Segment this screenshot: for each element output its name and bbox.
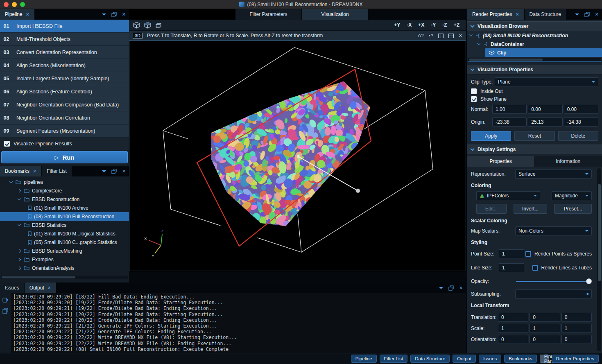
- tab-data-structure[interactable]: Data Structure: [525, 9, 566, 20]
- browser-hscrollbar[interactable]: [468, 58, 601, 62]
- close-window-button[interactable]: [4, 2, 9, 7]
- panel-menu-caret-icon[interactable]: [102, 14, 106, 18]
- bookmark-tree-item[interactable]: EBSD Statistics: [0, 221, 129, 229]
- translation-z-field[interactable]: 0: [561, 313, 592, 322]
- close-tab-icon[interactable]: ✕: [33, 169, 36, 174]
- camera-axis-button[interactable]: +X: [415, 21, 427, 29]
- delete-button[interactable]: Delete: [558, 131, 598, 141]
- tab-filter-list[interactable]: Filter List: [42, 166, 72, 176]
- normal-y-field[interactable]: 0.00: [528, 105, 562, 114]
- normal-z-field[interactable]: 0.00: [564, 105, 598, 114]
- chevron-down-icon[interactable]: [9, 180, 13, 183]
- render-lines-as-tubes-checkbox[interactable]: [532, 265, 538, 271]
- tab-issues[interactable]: Issues: [0, 283, 25, 293]
- display-settings-scrollbar[interactable]: [597, 168, 601, 351]
- close-panel-icon[interactable]: ✕: [459, 286, 463, 290]
- statusbar-toggle-filter-list[interactable]: Filter List: [380, 355, 408, 363]
- panel-menu-caret-icon[interactable]: [575, 14, 579, 18]
- bookmark-tree-item[interactable]: (01) Small IN100 Archive: [0, 203, 129, 212]
- display-settings-header[interactable]: Display Settings: [467, 145, 602, 154]
- pipeline-step[interactable]: 06Align Sections (Feature Centroid): [0, 85, 129, 98]
- statusbar-toggle-pipeline[interactable]: Pipeline: [351, 355, 377, 363]
- main-viewport[interactable]: ZXY: [129, 41, 466, 271]
- close-panel-icon[interactable]: ✕: [122, 169, 126, 174]
- visualize-results-row[interactable]: Visualize Pipeline Results: [0, 138, 129, 150]
- slider-handle[interactable]: [586, 278, 592, 284]
- statusbar-toggle-render-properties[interactable]: Render Properties: [552, 355, 599, 363]
- pipeline-step[interactable]: 02Multi-Threshold Objects: [0, 33, 129, 46]
- apply-button[interactable]: Apply: [471, 131, 511, 141]
- undock-panel-icon[interactable]: [111, 12, 117, 17]
- bookmark-tree-item[interactable]: EBSD SurfaceMeshing: [0, 246, 129, 255]
- close-view-icon[interactable]: ✕: [459, 34, 462, 38]
- undock-panel-icon[interactable]: [448, 285, 454, 291]
- chevron-down-icon[interactable]: [471, 147, 475, 151]
- tab-visualization[interactable]: Visualization: [302, 9, 369, 20]
- browser-tree-item[interactable]: Clip: [485, 48, 602, 57]
- scale-x-field[interactable]: 1: [498, 324, 528, 333]
- scrollbar-thumb[interactable]: [2, 276, 75, 278]
- representation-dropdown[interactable]: Surface: [515, 170, 592, 179]
- chevron-right-icon[interactable]: [18, 258, 21, 261]
- statusbar-toggle-issues[interactable]: Issues: [479, 355, 501, 363]
- chevron-right-icon[interactable]: [18, 266, 21, 269]
- close-tab-icon[interactable]: ✕: [26, 12, 29, 17]
- translation-y-field[interactable]: 0: [530, 313, 560, 322]
- minimize-window-button[interactable]: [12, 2, 17, 7]
- cell-info-icon[interactable]: ?: [429, 33, 433, 38]
- scale-y-field[interactable]: 1: [530, 324, 560, 333]
- pipeline-step[interactable]: 07Neighbor Orientation Comparison (Bad D…: [0, 98, 129, 111]
- pipeline-step[interactable]: 08Neighbor Orientation Correlation: [0, 111, 129, 124]
- bookmark-tree-item[interactable]: (01) Small IN100 M...logical Statistics: [0, 229, 129, 238]
- undock-panel-icon[interactable]: [111, 169, 117, 174]
- tab-render-properties[interactable]: Render Properties ✕: [467, 9, 525, 20]
- origin-z-field[interactable]: -14.38: [564, 118, 598, 127]
- browser-tree-item[interactable]: (08) Small IN100 Full Reconstruction: [467, 31, 602, 40]
- inside-out-checkbox[interactable]: [471, 88, 477, 94]
- pipeline-step[interactable]: 04Align Sections (Misorientation): [0, 59, 129, 72]
- normal-x-field[interactable]: 1.00: [492, 105, 527, 114]
- bookmarks-hscrollbar[interactable]: [1, 276, 128, 279]
- orientation-z-field[interactable]: 0: [561, 335, 592, 344]
- chevron-down-icon[interactable]: [471, 23, 475, 27]
- chevron-right-icon[interactable]: [18, 189, 21, 192]
- close-panel-icon[interactable]: ✕: [122, 12, 126, 17]
- scrollbar-thumb[interactable]: [598, 184, 601, 281]
- close-panel-icon[interactable]: ✕: [595, 12, 599, 17]
- orientation-x-field[interactable]: 0: [498, 335, 528, 344]
- bookmark-tree-item[interactable]: (08) Small IN100 Full Reconstruction: [0, 212, 129, 221]
- tab-filter-parameters[interactable]: Filter Parameters: [235, 9, 302, 20]
- chevron-down-icon[interactable]: [469, 33, 473, 36]
- close-tab-icon[interactable]: ✕: [48, 286, 51, 290]
- copy-log-icon[interactable]: [2, 308, 8, 314]
- bookmark-tree-item[interactable]: (05) Small IN100 C...graphic Statistics: [0, 238, 129, 246]
- tab-bookmarks[interactable]: Bookmarks ✕: [0, 166, 42, 176]
- split-horizontal-icon[interactable]: [448, 34, 454, 38]
- edit-colormap-button[interactable]: Edit...: [476, 204, 507, 214]
- statusbar-toggle-bookmarks[interactable]: Bookmarks: [504, 355, 537, 363]
- chevron-down-icon[interactable]: [18, 223, 21, 226]
- component-dropdown[interactable]: Magnitude: [552, 191, 592, 200]
- split-vertical-icon[interactable]: [438, 34, 444, 38]
- statusbar-toggle-data-structure[interactable]: Data Structure: [410, 355, 450, 363]
- show-plane-checkbox[interactable]: [471, 96, 477, 102]
- tab-pipeline[interactable]: Pipeline ✕: [0, 9, 35, 20]
- orientation-y-field[interactable]: 0: [530, 335, 560, 344]
- scrollbar-thumb[interactable]: [469, 59, 543, 61]
- visualization-properties-header[interactable]: Visualization Properties: [467, 65, 602, 75]
- scale-z-field[interactable]: 1: [561, 324, 592, 333]
- chevron-right-icon[interactable]: [18, 249, 21, 252]
- chevron-down-icon[interactable]: [18, 197, 21, 200]
- reset-button[interactable]: Reset: [514, 131, 554, 141]
- preset-colormap-button[interactable]: Preset...: [554, 204, 592, 214]
- coloring-array-dropdown[interactable]: IPFColors: [476, 191, 540, 200]
- invert-colormap-button[interactable]: Invert...: [514, 204, 547, 214]
- visualization-browser-header[interactable]: Visualization Browser: [467, 21, 602, 31]
- mode-3d-badge[interactable]: 3D: [133, 33, 143, 38]
- bookmark-tree-item[interactable]: pipelines: [0, 178, 129, 186]
- chevron-down-icon[interactable]: [471, 67, 475, 71]
- visibility-eye-icon[interactable]: [489, 50, 495, 55]
- bookmark-tree-item[interactable]: Examples: [0, 255, 129, 264]
- viewport-canvas[interactable]: ZXY: [129, 41, 466, 269]
- opacity-slider[interactable]: [515, 277, 592, 285]
